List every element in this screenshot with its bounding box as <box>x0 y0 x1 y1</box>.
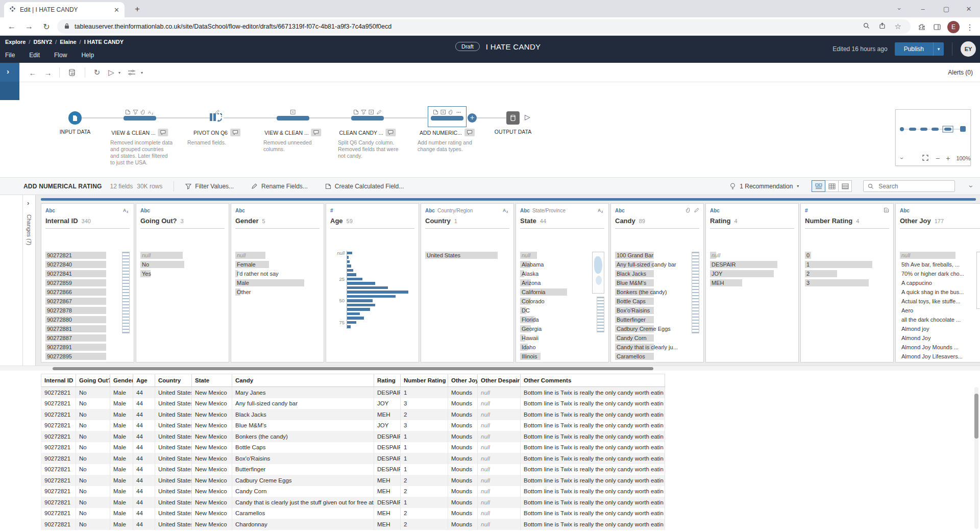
node-label[interactable]: PIVOT ON Q6 <box>193 129 240 136</box>
node-label[interactable]: INPUT DATA <box>60 129 91 135</box>
value-row[interactable]: I'd rather not say <box>235 269 320 278</box>
connections-pane-toggle[interactable]: › <box>0 63 19 100</box>
side-panel-icon[interactable] <box>931 21 943 33</box>
breadcrumb-item-explore[interactable]: Explore <box>5 39 26 45</box>
grid-column-header-state[interactable]: State <box>192 374 232 387</box>
field-name[interactable]: Country <box>425 217 451 225</box>
alerts-label[interactable]: Alerts (0) <box>948 69 973 76</box>
value-row[interactable]: 1 <box>805 260 889 269</box>
histogram-bar[interactable] <box>347 252 352 255</box>
histogram-bar[interactable] <box>347 321 356 324</box>
value-row[interactable]: 3 <box>805 278 889 287</box>
value-row[interactable]: Yes <box>140 269 225 278</box>
table-row[interactable]: 90272821NoMale44United StatesNew MexicoB… <box>41 431 665 442</box>
table-row[interactable]: 90272821NoMale44United StatesNew MexicoM… <box>41 387 665 398</box>
value-row[interactable]: Candy Corn <box>615 333 699 343</box>
grid-column-header-number-rating[interactable]: Number Rating <box>401 374 448 387</box>
rename-fields-button[interactable]: Rename Fields... <box>251 183 308 190</box>
histogram-row[interactable] <box>330 259 414 264</box>
field-name[interactable]: Gender <box>235 217 259 225</box>
value-row[interactable]: Georgia <box>520 324 604 333</box>
search-input[interactable] <box>877 182 941 190</box>
zoom-page-icon[interactable] <box>863 22 870 31</box>
flow-node-input-data[interactable] <box>68 111 82 125</box>
filter-values-button[interactable]: Filter Values... <box>185 183 234 190</box>
mini-map-thumbnail[interactable] <box>592 252 604 294</box>
address-bar[interactable]: tableauserver.theinformationlab.co.uk/si… <box>57 19 911 34</box>
menu-file[interactable]: File <box>5 52 15 59</box>
table-row[interactable]: 90272821NoMale44United StatesNew MexicoC… <box>41 519 665 530</box>
grid-column-header-other-joy[interactable]: Other Joy <box>448 374 478 387</box>
field-card-rating[interactable]: AbcRating4nullDESPAIRJOYMEH <box>705 203 799 363</box>
field-card-state[interactable]: AbcState/ProvinceAzState44nullAlabamaAla… <box>516 203 609 363</box>
value-row[interactable]: DC <box>520 306 604 315</box>
histogram-row[interactable] <box>330 307 414 312</box>
new-tab-button[interactable]: + <box>132 4 143 15</box>
value-row[interactable]: Aero <box>900 306 980 315</box>
histogram-bar[interactable] <box>347 260 350 263</box>
histogram-bar[interactable] <box>347 291 408 294</box>
browser-tab[interactable]: Edit | I HATE CANDY ✕ <box>4 2 125 17</box>
value-row[interactable]: all the dark chocolate ... <box>900 315 980 324</box>
field-card-internal-id[interactable]: AbcAzInternal ID340902728219027284090272… <box>41 203 134 363</box>
node-label[interactable]: VIEW & CLEAN ... <box>111 129 168 136</box>
value-row[interactable]: 5th Ave bar, fireballs, ... <box>900 260 980 269</box>
value-row[interactable]: Bonkers (the candy) <box>615 287 699 297</box>
value-row[interactable]: MEH <box>710 278 794 287</box>
bookmark-star-icon[interactable]: ☆ <box>895 22 901 31</box>
histogram-bar[interactable] <box>347 299 373 302</box>
field-card-going-out[interactable]: AbcGoing Out?3nullNoYes <box>136 203 229 363</box>
view-toggle-list[interactable] <box>838 180 852 192</box>
value-row[interactable]: Female <box>235 260 320 269</box>
node-label[interactable]: CLEAN CANDY ... <box>339 129 396 136</box>
field-card-other-joy[interactable]: AbcOther Joy177null5th Ave bar, fireball… <box>895 203 980 363</box>
table-row[interactable]: 90272821NoMale44United StatesNew MexicoB… <box>41 420 665 431</box>
table-row[interactable]: 90272821NoMale44United StatesNew MexicoC… <box>41 508 665 519</box>
field-name[interactable]: Candy <box>615 217 635 225</box>
grid-column-header-other-comments[interactable]: Other Comments <box>521 374 665 387</box>
histogram-bar[interactable] <box>347 256 349 259</box>
calc-icon[interactable] <box>884 207 889 214</box>
value-row[interactable]: 90272866 <box>45 287 130 297</box>
breadcrumb-item-elaine[interactable]: Elaine <box>60 39 76 45</box>
field-type-icon[interactable]: Abc <box>235 208 245 213</box>
card-value-scrollbar[interactable] <box>976 252 980 309</box>
value-row[interactable]: Idaho <box>520 343 604 352</box>
node-label[interactable]: ADD NUMERIC... <box>420 129 475 136</box>
histogram-row[interactable] <box>330 285 414 290</box>
field-card-age[interactable]: #Age59null255075 <box>326 203 419 363</box>
field-type-icon[interactable]: Abc <box>615 208 625 213</box>
value-row[interactable]: No <box>140 260 225 269</box>
value-row[interactable]: Bottle Caps <box>615 297 699 306</box>
value-row[interactable]: Other <box>235 287 320 297</box>
field-card-country[interactable]: AbcCountry/RegionAzCountry1United States <box>421 203 514 363</box>
field-name[interactable]: State <box>520 217 536 225</box>
view-toggle-data-grid[interactable] <box>825 180 839 192</box>
field-type-icon[interactable]: Abc <box>900 208 910 213</box>
field-card-number-rating[interactable]: #Number Rating40123 <box>800 203 894 363</box>
changes-panel[interactable]: › Changes (7) <box>22 195 36 366</box>
redo-button[interactable]: → <box>42 67 54 78</box>
grid-column-header-rating[interactable]: Rating <box>374 374 401 387</box>
run-flow-caret[interactable]: ▾ <box>116 67 122 78</box>
histogram-row[interactable] <box>330 303 414 307</box>
clip-icon[interactable] <box>685 207 691 214</box>
table-row[interactable]: 90272821NoMale44United StatesNew MexicoB… <box>41 442 665 453</box>
value-row[interactable]: United States <box>425 251 509 260</box>
flow-canvas[interactable]: › − + 100% INPUT DATAAzVIEW & CLEAN ...R… <box>0 82 980 177</box>
create-calculated-field-button[interactable]: Create Calculated Field... <box>325 183 404 190</box>
histogram-row[interactable] <box>330 268 414 273</box>
profile-hscrollbar-thumb[interactable] <box>53 367 653 370</box>
field-type-icon[interactable]: Abc <box>520 208 530 213</box>
value-row[interactable]: Black Jacks <box>615 269 699 278</box>
value-row[interactable]: JOY <box>710 269 794 278</box>
value-row[interactable]: Caramellos <box>615 352 699 361</box>
reload-button[interactable]: ↻ <box>40 20 53 33</box>
value-row[interactable]: Almond joy <box>900 324 980 333</box>
histogram-bar[interactable] <box>347 295 396 298</box>
histogram-bar[interactable] <box>347 269 353 272</box>
minimap-collapse-icon[interactable]: › <box>898 157 905 159</box>
value-row[interactable]: 2 <box>805 269 889 278</box>
comment-icon[interactable] <box>230 129 240 136</box>
histogram-bar[interactable] <box>347 312 360 316</box>
